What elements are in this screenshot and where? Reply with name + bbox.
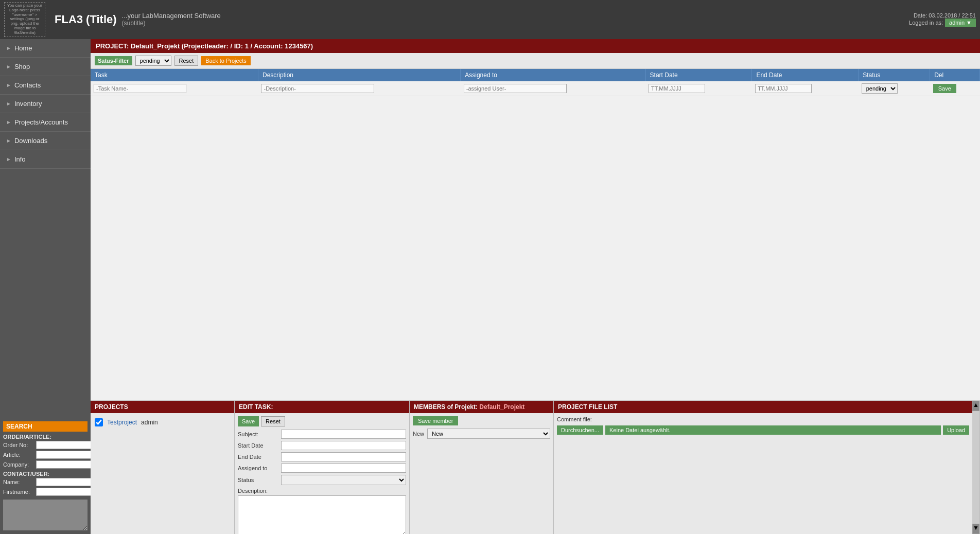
start-date-input[interactable] xyxy=(649,84,705,93)
start-date-row: Start Date xyxy=(238,441,406,450)
project-header: PROJECT: Default_Projekt (Projectleader:… xyxy=(91,39,980,53)
logo-text: You can place your Logo here: press "use… xyxy=(6,4,44,35)
browse-button[interactable]: Durchsuchen... xyxy=(557,425,603,435)
sidebar-label-home: Home xyxy=(14,44,32,52)
task-name-input[interactable] xyxy=(94,84,186,93)
sidebar-label-downloads: Downloads xyxy=(14,137,47,145)
logged-in-label: Logged in as: xyxy=(909,20,943,26)
sidebar-item-contacts[interactable]: ► Contacts xyxy=(0,76,91,95)
projects-panel-header: PROJECTS xyxy=(91,401,234,413)
subtitle-line1: ...your LabManagement Software xyxy=(122,12,221,20)
file-name-display: Keine Datei ausgewählt. xyxy=(605,425,941,435)
bottom-panels: PROJECTS Testproject admin EDIT TASK: Sa… xyxy=(91,400,980,534)
order-no-label: Order No: xyxy=(3,442,34,448)
logged-in-row: Logged in as: admin ▼ xyxy=(909,19,976,27)
panel-projects: PROJECTS Testproject admin xyxy=(91,401,235,534)
search-section: SEARCH ORDER/ARTICLE: Order No: Article:… xyxy=(0,418,91,534)
scroll-track xyxy=(972,411,979,524)
panel-files-inner: PROJECT FILE LIST Comment file: Durchsuc… xyxy=(554,401,972,534)
sidebar-item-home[interactable]: ► Home xyxy=(0,39,91,58)
col-assigned: Assigned to xyxy=(461,69,645,81)
description-cell xyxy=(258,81,460,96)
sidebar-item-downloads[interactable]: ► Downloads xyxy=(0,132,91,150)
search-textarea[interactable] xyxy=(3,500,87,530)
arrow-icon-downloads: ► xyxy=(6,138,11,144)
scroll-down-btn[interactable]: ▼ xyxy=(972,524,979,534)
arrow-icon-contacts: ► xyxy=(6,82,11,88)
content-area: PROJECT: Default_Projekt (Projectleader:… xyxy=(91,39,980,534)
save-member-button[interactable]: Save member xyxy=(413,416,458,425)
edit-save-button[interactable]: Save xyxy=(238,416,259,426)
task-table: Task Description Assigned to Start Date … xyxy=(91,69,980,96)
assigned-input[interactable] xyxy=(464,84,567,93)
status-cell: pending active done xyxy=(859,81,930,96)
members-panel-body: Save member New New admin user1 xyxy=(410,413,553,534)
status-filter-select[interactable]: pending active done all xyxy=(135,56,171,66)
arrow-icon-shop: ► xyxy=(6,64,11,69)
arrow-icon-projects: ► xyxy=(6,119,11,125)
edit-start-date-input[interactable] xyxy=(281,441,406,450)
sidebar-item-inventory[interactable]: ► Inventory xyxy=(0,95,91,113)
start-date-cell xyxy=(645,81,752,96)
assigned-label: Assigend to xyxy=(238,465,279,471)
name-row: Name: xyxy=(3,478,87,486)
status-select[interactable]: pending active done xyxy=(862,83,898,94)
date-label: Date: 03.02.2018 / 22:51 xyxy=(909,12,976,19)
subject-input[interactable] xyxy=(281,430,406,439)
panel-edit-task: EDIT TASK: Save Reset Subject: Start Dat… xyxy=(235,401,410,534)
files-panel-header: PROJECT FILE LIST xyxy=(554,401,972,413)
back-to-projects-button[interactable]: Back to Projects xyxy=(201,56,250,65)
end-date-input[interactable] xyxy=(755,84,812,93)
upload-button[interactable]: Upload xyxy=(943,425,969,435)
edit-reset-button[interactable]: Reset xyxy=(261,416,285,426)
members-panel-header: MEMBERS of Projekt: Default_Projekt xyxy=(410,401,553,413)
description-textarea[interactable] xyxy=(238,495,406,534)
edit-end-date-input[interactable] xyxy=(281,452,406,461)
company-row: Company: xyxy=(3,460,87,469)
sidebar: ► Home ► Shop ► Contacts ► Inventory ► P… xyxy=(0,39,91,534)
task-toolbar: Satus-Filter pending active done all Res… xyxy=(91,53,980,69)
assigned-cell xyxy=(461,81,645,96)
subject-label: Subject: xyxy=(238,431,279,437)
sidebar-item-projects[interactable]: ► Projects/Accounts xyxy=(0,113,91,132)
edit-status-select[interactable]: pending active done xyxy=(281,475,406,485)
logo-area: You can place your Logo here: press "use… xyxy=(4,2,45,37)
col-end-date: End Date xyxy=(752,69,859,81)
description-input[interactable] xyxy=(261,84,374,93)
task-name-cell xyxy=(91,81,258,96)
end-date-cell xyxy=(752,81,859,96)
name-label: Name: xyxy=(3,479,34,485)
edit-task-panel-body: Save Reset Subject: Start Date End Date xyxy=(235,413,409,534)
edit-assigned-input[interactable] xyxy=(281,464,406,473)
scroll-up-btn[interactable]: ▲ xyxy=(972,401,979,411)
edit-status-label: Status xyxy=(238,477,279,483)
search-header: SEARCH xyxy=(3,421,87,432)
sidebar-label-inventory: Inventory xyxy=(14,100,42,108)
sidebar-label-contacts: Contacts xyxy=(14,81,41,89)
project-name[interactable]: Testproject xyxy=(107,419,137,426)
sidebar-label-info: Info xyxy=(14,155,26,163)
col-start-date: Start Date xyxy=(645,69,752,81)
members-project-name: Default_Projekt xyxy=(479,403,524,411)
members-header-text: MEMBERS of Projekt: xyxy=(414,403,479,411)
sidebar-label-shop: Shop xyxy=(14,63,30,70)
sidebar-item-shop[interactable]: ► Shop xyxy=(0,58,91,76)
edit-task-toolbar: Save Reset xyxy=(238,416,406,426)
reset-button[interactable]: Reset xyxy=(174,56,199,66)
panel-files: PROJECT FILE LIST Comment file: Durchsuc… xyxy=(554,401,980,534)
arrow-icon-info: ► xyxy=(6,156,11,162)
save-task-button[interactable]: Save xyxy=(933,84,956,93)
scrollbar[interactable]: ▲ ▼ xyxy=(972,401,979,534)
sidebar-item-info[interactable]: ► Info xyxy=(0,150,91,169)
status-filter-label: Satus-Filter xyxy=(95,56,132,65)
start-date-label: Start Date xyxy=(238,442,279,449)
admin-dropdown-btn[interactable]: admin ▼ xyxy=(945,19,976,27)
description-label: Description: xyxy=(238,488,268,494)
order-group-label: ORDER/ARTICLE: xyxy=(3,434,87,440)
project-row: Testproject admin xyxy=(94,416,231,429)
new-member-label: New xyxy=(413,431,424,437)
upload-row: Durchsuchen... Keine Datei ausgewählt. U… xyxy=(557,425,969,435)
members-select[interactable]: New admin user1 xyxy=(427,429,550,439)
firstname-row: Firstname: xyxy=(3,488,87,496)
project-checkbox[interactable] xyxy=(95,418,103,426)
